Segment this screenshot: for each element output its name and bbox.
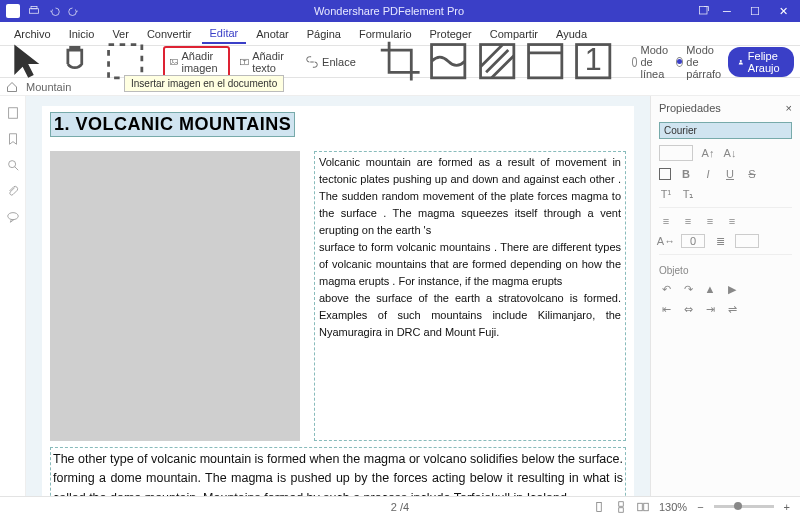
zoom-in-button[interactable]: + — [784, 501, 790, 513]
bookmarks-icon[interactable] — [6, 132, 20, 146]
toolbar: Añadir imagen T Añadir texto Enlace 1 Mo… — [0, 46, 800, 78]
align-justify-icon[interactable]: ≡ — [725, 214, 739, 228]
bold-icon[interactable]: B — [679, 167, 693, 181]
superscript-icon[interactable]: T¹ — [659, 187, 673, 201]
image-icon — [170, 55, 178, 69]
link-label: Enlace — [322, 56, 356, 68]
tooltip: Insertar imagen en el documento — [124, 75, 284, 92]
mode-paragraph-radio[interactable]: Modo de párrafo — [676, 44, 724, 80]
main-area: 1. VOLCANIC MOUNTAINS Volcanic mountain … — [0, 96, 800, 496]
svg-point-14 — [740, 59, 742, 61]
object-section-label: Objeto — [659, 265, 792, 276]
svg-rect-3 — [108, 45, 141, 78]
redo-icon[interactable] — [68, 5, 80, 17]
panel-title: Propiedades — [659, 102, 721, 114]
doc-heading[interactable]: 1. VOLCANIC MOUNTAINS — [50, 112, 295, 137]
view-facing-icon[interactable] — [637, 501, 649, 513]
svg-text:T: T — [243, 58, 247, 64]
crop-icon[interactable] — [378, 39, 422, 83]
doc-bottom-para[interactable]: The other type of volcanic mountain is f… — [50, 447, 626, 496]
menu-convertir[interactable]: Convertir — [139, 25, 200, 43]
mode-line-radio[interactable]: Modo de línea — [632, 44, 673, 80]
view-continuous-icon[interactable] — [615, 501, 627, 513]
page: 1. VOLCANIC MOUNTAINS Volcanic mountain … — [42, 106, 634, 496]
font-selector[interactable]: Courier — [659, 122, 792, 139]
minimize-button[interactable]: ─ — [716, 3, 738, 19]
svg-rect-22 — [638, 503, 643, 511]
strike-icon[interactable]: S — [745, 167, 759, 181]
background-icon[interactable] — [475, 39, 519, 83]
align-right-icon[interactable]: ≡ — [703, 214, 717, 228]
svg-rect-0 — [30, 9, 39, 14]
title-bar: Wondershare PDFelement Pro ─ ☐ ✕ — [0, 0, 800, 22]
thumbnails-icon[interactable] — [6, 106, 20, 120]
add-image-button[interactable]: Añadir imagen — [163, 46, 230, 78]
menu-editar[interactable]: Editar — [202, 24, 247, 44]
svg-rect-23 — [644, 503, 649, 511]
rotate-right-icon[interactable]: ↷ — [681, 282, 695, 296]
header-icon[interactable] — [523, 39, 567, 83]
user-icon — [738, 57, 744, 67]
link-button[interactable]: Enlace — [299, 52, 362, 72]
svg-rect-2 — [700, 7, 708, 15]
doc-para-2: surface to form volcanic mountains . The… — [319, 239, 621, 290]
underline-icon[interactable]: U — [723, 167, 737, 181]
app-title: Wondershare PDFelement Pro — [80, 5, 698, 17]
menu-anotar[interactable]: Anotar — [248, 25, 296, 43]
panel-close[interactable]: × — [786, 102, 792, 114]
undo-icon[interactable] — [48, 5, 60, 17]
add-text-button[interactable]: T Añadir texto — [234, 47, 295, 77]
user-badge[interactable]: Felipe Araujo — [728, 47, 794, 77]
char-spacing-value[interactable]: 0 — [681, 234, 705, 248]
menu-pagina[interactable]: Página — [299, 25, 349, 43]
maximize-button[interactable]: ☐ — [744, 3, 766, 19]
svg-rect-15 — [8, 108, 17, 119]
italic-icon[interactable]: I — [701, 167, 715, 181]
zoom-level[interactable]: 130% — [659, 501, 687, 513]
app-logo — [6, 4, 20, 18]
flip-vertical-icon[interactable]: ▲ — [703, 282, 717, 296]
svg-rect-1 — [31, 7, 37, 9]
close-button[interactable]: ✕ — [772, 3, 794, 19]
text-column[interactable]: Volcanic mountain are formed as a result… — [314, 151, 626, 441]
add-text-label: Añadir texto — [252, 50, 289, 74]
obj-align-center-icon[interactable]: ⇔ — [681, 302, 695, 316]
svg-rect-19 — [597, 502, 602, 511]
zoom-out-button[interactable]: − — [697, 501, 703, 513]
svg-text:1: 1 — [585, 42, 602, 76]
image-placeholder[interactable] — [50, 151, 300, 441]
svg-rect-21 — [619, 507, 624, 512]
align-left-icon[interactable]: ≡ — [659, 214, 673, 228]
line-spacing-icon[interactable]: ≣ — [713, 234, 727, 248]
line-spacing-field[interactable] — [735, 234, 759, 248]
hand-icon[interactable] — [54, 39, 98, 83]
align-center-icon[interactable]: ≡ — [681, 214, 695, 228]
svg-rect-10 — [529, 45, 562, 78]
char-spacing-icon[interactable]: A↔ — [659, 234, 673, 248]
font-size-field[interactable] — [659, 145, 693, 161]
document-area[interactable]: 1. VOLCANIC MOUNTAINS Volcanic mountain … — [26, 96, 650, 496]
obj-align-right-icon[interactable]: ⇥ — [703, 302, 717, 316]
distribute-icon[interactable]: ⇌ — [725, 302, 739, 316]
pointer-icon[interactable] — [6, 39, 50, 83]
subscript-icon[interactable]: T₁ — [681, 187, 695, 201]
attachments-icon[interactable] — [6, 184, 20, 198]
flip-horizontal-icon[interactable]: ▶ — [725, 282, 739, 296]
share-icon[interactable] — [698, 5, 710, 17]
obj-align-left-icon[interactable]: ⇤ — [659, 302, 673, 316]
grow-font-icon[interactable]: A↑ — [701, 146, 715, 160]
zoom-slider[interactable] — [714, 505, 774, 508]
shrink-font-icon[interactable]: A↓ — [723, 146, 737, 160]
bates-icon[interactable]: 1 — [571, 39, 615, 83]
view-single-icon[interactable] — [593, 501, 605, 513]
page-indicator[interactable]: 2 /4 — [391, 501, 409, 513]
comments-icon[interactable] — [6, 210, 20, 224]
watermark-icon[interactable] — [426, 39, 470, 83]
print-icon[interactable] — [28, 5, 40, 17]
svg-point-5 — [172, 60, 173, 61]
text-color-icon[interactable] — [659, 168, 671, 180]
svg-rect-20 — [619, 501, 624, 506]
properties-panel: Propiedades× Courier A↑ A↓ B I U S T¹ T₁… — [650, 96, 800, 496]
rotate-left-icon[interactable]: ↶ — [659, 282, 673, 296]
search-rail-icon[interactable] — [6, 158, 20, 172]
